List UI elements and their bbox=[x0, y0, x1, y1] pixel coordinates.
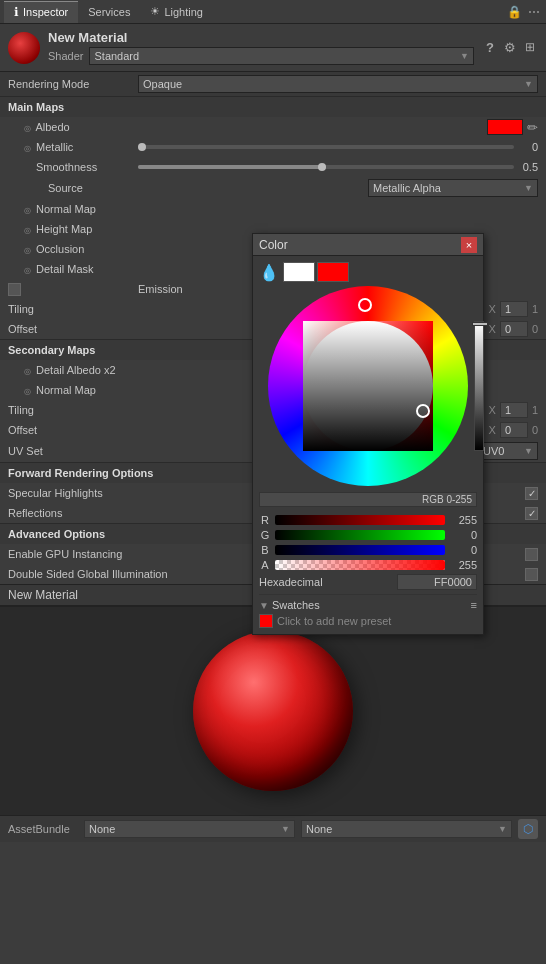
settings-icon[interactable]: ⚙ bbox=[502, 40, 518, 56]
reflections-label: Reflections bbox=[8, 507, 138, 519]
metallic-value-area: 0 bbox=[138, 141, 538, 153]
tab-services[interactable]: Services bbox=[78, 1, 140, 23]
asset-bundle-label: AssetBundle bbox=[8, 823, 78, 835]
a-slider[interactable] bbox=[275, 560, 445, 570]
main-maps-header[interactable]: Main Maps bbox=[0, 96, 546, 117]
offset-x-field[interactable]: 0 bbox=[500, 321, 528, 337]
sec-offset-y-label: 0 bbox=[532, 424, 538, 436]
albedo-label: ◎ Albedo bbox=[8, 121, 138, 133]
uv-set-label: UV Set bbox=[8, 445, 138, 457]
asset-bundle-dropdown-1[interactable]: None ▼ bbox=[84, 820, 295, 838]
forward-rendering-title: Forward Rendering Options bbox=[8, 467, 153, 479]
b-slider[interactable] bbox=[275, 545, 445, 555]
a-value: 255 bbox=[449, 559, 477, 571]
sec-offset-x-field[interactable]: 0 bbox=[500, 422, 528, 438]
reflections-checkbox[interactable] bbox=[525, 507, 538, 520]
smoothness-row: Smoothness 0.5 bbox=[0, 157, 546, 177]
add-preset-label[interactable]: Click to add new preset bbox=[277, 615, 391, 627]
chevron-down-icon: ▼ bbox=[524, 183, 533, 193]
dot-icon: ◎ bbox=[24, 226, 31, 235]
lock-icon[interactable]: 🔒 bbox=[506, 4, 522, 20]
r-slider[interactable] bbox=[275, 515, 445, 525]
double-sided-label: Double Sided Global Illumination bbox=[8, 568, 168, 580]
dot-icon: ◎ bbox=[24, 387, 31, 396]
expand-icon[interactable]: ⊞ bbox=[522, 40, 538, 56]
metallic-label: ◎ Metallic bbox=[8, 141, 138, 153]
b-label: B bbox=[259, 544, 271, 556]
color-picker-close-button[interactable]: × bbox=[461, 237, 477, 253]
rendering-mode-value-area: Opaque ▼ bbox=[138, 75, 538, 93]
add-swatch-preview bbox=[259, 614, 273, 628]
tab-inspector[interactable]: ℹ Inspector bbox=[4, 1, 78, 23]
swatches-section: ▼ Swatches ≡ Click to add new preset bbox=[259, 594, 477, 628]
normal-map-label: ◎ Normal Map bbox=[8, 203, 138, 215]
smoothness-slider[interactable] bbox=[138, 165, 514, 169]
tiling-y-label: 1 bbox=[532, 303, 538, 315]
preview-area bbox=[0, 605, 546, 815]
hex-row: Hexadecimal bbox=[259, 574, 477, 590]
chevron-down-icon: ▼ bbox=[524, 79, 533, 89]
r-label: R bbox=[259, 514, 271, 526]
g-slider[interactable] bbox=[275, 530, 445, 540]
mode-selector-row: RGB 0-255 bbox=[259, 492, 477, 511]
color-picker-panel: Color × 💧 bbox=[252, 233, 484, 635]
chevron-down-icon: ▼ bbox=[281, 824, 290, 834]
source-value-area: Metallic Alpha ▼ bbox=[138, 179, 538, 197]
secondary-tiling-label: Tiling bbox=[8, 404, 138, 416]
main-maps-title: Main Maps bbox=[8, 101, 64, 113]
dot-icon: ◎ bbox=[24, 367, 31, 376]
hex-input[interactable] bbox=[397, 574, 477, 590]
tiling-x-field[interactable]: 1 bbox=[500, 301, 528, 317]
b-channel-row: B 0 bbox=[259, 544, 477, 556]
brightness-slider[interactable] bbox=[474, 321, 484, 451]
chevron-down-icon: ▼ bbox=[524, 446, 533, 456]
smoothness-value: 0.5 bbox=[514, 161, 538, 173]
g-label: G bbox=[259, 529, 271, 541]
lighting-icon: ☀ bbox=[150, 5, 160, 18]
emission-checkbox[interactable] bbox=[8, 283, 21, 296]
g-channel-row: G 0 bbox=[259, 529, 477, 541]
swatches-header: ▼ Swatches ≡ bbox=[259, 599, 477, 611]
uv-set-dropdown[interactable]: UV0 ▼ bbox=[478, 442, 538, 460]
rendering-mode-dropdown[interactable]: Opaque ▼ bbox=[138, 75, 538, 93]
gpu-instancing-label: Enable GPU Instancing bbox=[8, 548, 138, 560]
metallic-slider[interactable] bbox=[138, 145, 514, 149]
dot-icon: ◎ bbox=[24, 144, 31, 153]
rendering-mode-label: Rendering Mode bbox=[8, 78, 138, 90]
swatches-title: ▼ Swatches bbox=[259, 599, 320, 611]
tab-lighting[interactable]: ☀ Lighting bbox=[140, 1, 213, 23]
source-value: Metallic Alpha bbox=[373, 182, 441, 194]
eyedropper-icon[interactable]: 💧 bbox=[259, 263, 279, 282]
color-picker-header: Color × bbox=[253, 234, 483, 256]
albedo-row: ◎ Albedo ✏ bbox=[0, 117, 546, 137]
metallic-row: ◎ Metallic 0 bbox=[0, 137, 546, 157]
mode-select[interactable]: RGB 0-255 bbox=[259, 492, 477, 507]
source-row: Source Metallic Alpha ▼ bbox=[0, 177, 546, 199]
tab-bar: ℹ Inspector Services ☀ Lighting 🔒 ⋯ bbox=[0, 0, 546, 24]
red-swatch[interactable] bbox=[317, 262, 349, 282]
saturation-black-overlay bbox=[303, 321, 433, 451]
more-icon[interactable]: ⋯ bbox=[526, 4, 542, 20]
sec-tiling-x-field[interactable]: 1 bbox=[500, 402, 528, 418]
source-dropdown[interactable]: Metallic Alpha ▼ bbox=[368, 179, 538, 197]
albedo-color-swatch[interactable] bbox=[487, 119, 523, 135]
color-picker-body: 💧 bbox=[253, 256, 483, 634]
specular-checkbox[interactable] bbox=[525, 487, 538, 500]
swatches-arrow: ▼ bbox=[259, 600, 269, 611]
gpu-instancing-checkbox[interactable] bbox=[525, 548, 538, 561]
detail-mask-label: ◎ Detail Mask bbox=[8, 263, 138, 275]
smoothness-label: Smoothness bbox=[8, 161, 138, 173]
tab-inspector-label: Inspector bbox=[23, 6, 68, 18]
white-swatch[interactable] bbox=[283, 262, 315, 282]
tab-services-label: Services bbox=[88, 6, 130, 18]
emission-text: Emission bbox=[138, 283, 183, 295]
swatches-menu-icon[interactable]: ≡ bbox=[471, 599, 477, 611]
color-wheel-area[interactable] bbox=[268, 286, 468, 486]
pencil-icon[interactable]: ✏ bbox=[527, 120, 538, 135]
asset-bundle-icon[interactable]: ⬡ bbox=[518, 819, 538, 839]
asset-bundle-dropdown-2[interactable]: None ▼ bbox=[301, 820, 512, 838]
secondary-maps-title: Secondary Maps bbox=[8, 344, 95, 356]
double-sided-checkbox[interactable] bbox=[525, 568, 538, 581]
help-icon[interactable]: ? bbox=[482, 40, 498, 56]
shader-dropdown[interactable]: Standard ▼ bbox=[89, 47, 474, 65]
